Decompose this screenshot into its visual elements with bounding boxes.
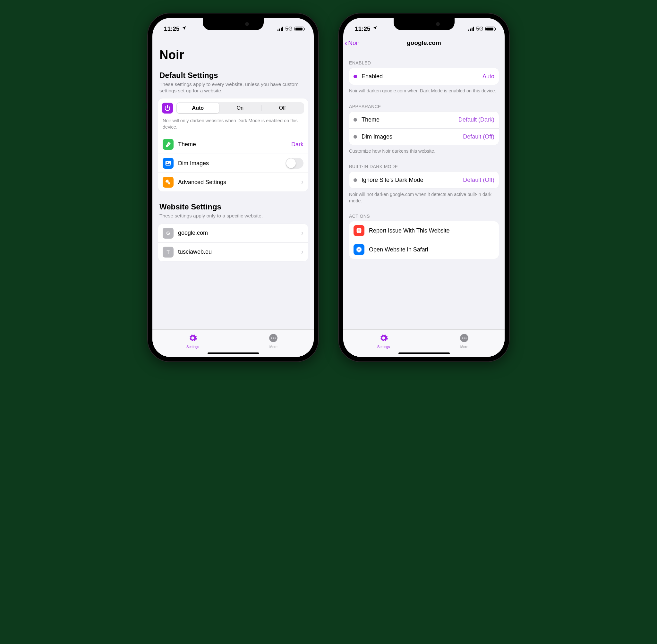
- theme-label: Theme: [362, 116, 454, 123]
- tab-settings[interactable]: Settings: [343, 330, 424, 350]
- advanced-row[interactable]: Advanced Settings ›: [158, 172, 308, 191]
- ignore-label: Ignore Site's Dark Mode: [362, 177, 458, 183]
- dim-label: Dim Images: [178, 160, 281, 167]
- safari-icon: [354, 244, 364, 255]
- ignore-dark-row[interactable]: Ignore Site's Dark Mode Default (Off): [349, 171, 499, 188]
- site-row-google[interactable]: G google.com ›: [158, 224, 308, 243]
- svg-rect-9: [359, 229, 360, 231]
- tab-more[interactable]: More: [424, 330, 505, 350]
- site-label: google.com: [178, 230, 297, 236]
- open-safari-row[interactable]: Open Website in Safari: [349, 240, 499, 259]
- gear-icon: [379, 334, 388, 344]
- status-time: 11:25: [164, 25, 180, 32]
- ellipsis-icon: [269, 334, 278, 344]
- favicon-tusciaweb: T: [163, 247, 174, 257]
- theme-label: Theme: [178, 141, 287, 148]
- website-subtitle: These settings apply only to a specific …: [159, 213, 307, 219]
- website-card: G google.com › T tusciaweb.eu ›: [158, 224, 308, 261]
- network-label: 5G: [476, 26, 483, 32]
- location-icon: [372, 26, 377, 31]
- site-row-tusciaweb[interactable]: T tusciaweb.eu ›: [158, 243, 308, 261]
- tab-label: More: [270, 345, 277, 349]
- status-dot-icon: [354, 178, 357, 182]
- tab-more[interactable]: More: [233, 330, 314, 350]
- chevron-left-icon: ‹: [344, 39, 347, 47]
- favicon-google: G: [163, 228, 174, 238]
- seg-auto[interactable]: Auto: [177, 103, 219, 113]
- advanced-label: Advanced Settings: [178, 179, 297, 186]
- defaults-card: Auto On Off Noir will only darken websit…: [158, 98, 308, 191]
- mode-segmented[interactable]: Auto On Off: [176, 102, 304, 114]
- svg-point-15: [463, 338, 465, 339]
- defaults-header: Default Settings: [159, 71, 308, 80]
- notch: [393, 18, 455, 30]
- mode-hint: Noir will only darken websites when Dark…: [158, 115, 308, 135]
- signal-bars-icon: [468, 27, 474, 31]
- theme-row[interactable]: Theme Dark: [158, 135, 308, 154]
- dim-value: Default (Off): [463, 133, 494, 140]
- report-label: Report Issue With This Website: [369, 227, 494, 234]
- back-button[interactable]: ‹ Noir: [344, 39, 359, 47]
- ignore-value: Default (Off): [463, 177, 494, 183]
- alert-icon: [354, 225, 364, 236]
- actions-card: Report Issue With This Website Open Webs…: [349, 221, 499, 259]
- enabled-row[interactable]: Enabled Auto: [349, 68, 499, 85]
- tab-label: More: [460, 345, 468, 349]
- enabled-label: Enabled: [362, 73, 478, 80]
- builtin-card: Ignore Site's Dark Mode Default (Off): [349, 171, 499, 188]
- report-row[interactable]: Report Issue With This Website: [349, 221, 499, 240]
- signal-bars-icon: [277, 27, 283, 31]
- phone-right: 11:25 5G ‹ Noir google.com ENABLED: [338, 13, 510, 362]
- svg-point-6: [273, 338, 274, 339]
- status-dot-icon: [354, 75, 357, 78]
- back-label: Noir: [348, 40, 359, 46]
- ellipsis-icon: [460, 334, 469, 344]
- svg-point-3: [168, 183, 170, 184]
- page-title: Noir: [159, 48, 308, 62]
- home-indicator[interactable]: [399, 352, 450, 354]
- paintbrush-icon: [163, 139, 174, 150]
- defaults-subtitle: These settings apply to every website, u…: [159, 81, 307, 94]
- dim-label: Dim Images: [362, 133, 458, 140]
- chevron-right-icon: ›: [301, 178, 303, 186]
- site-label: tusciaweb.eu: [178, 249, 297, 255]
- seg-on[interactable]: On: [219, 103, 262, 113]
- dim-images-toggle[interactable]: [286, 158, 303, 169]
- home-indicator[interactable]: [208, 352, 259, 354]
- network-label: 5G: [285, 26, 293, 32]
- dim-row[interactable]: Dim Images Default (Off): [349, 128, 499, 145]
- svg-point-5: [271, 338, 272, 339]
- gear-icon: [188, 334, 197, 344]
- phone-left: 11:25 5G Noir Default Settings These set…: [147, 13, 319, 362]
- website-header: Website Settings: [159, 202, 308, 211]
- group-header-enabled: ENABLED: [343, 51, 505, 68]
- chevron-right-icon: ›: [301, 229, 303, 237]
- group-header-builtin: BUILT-IN DARK MODE: [343, 154, 505, 171]
- enabled-card: Enabled Auto: [349, 68, 499, 85]
- dim-images-row[interactable]: Dim Images: [158, 154, 308, 172]
- group-header-actions: ACTIONS: [343, 204, 505, 221]
- tab-label: Settings: [377, 345, 390, 349]
- svg-point-1: [166, 162, 168, 164]
- tab-settings[interactable]: Settings: [152, 330, 233, 350]
- photo-icon: [163, 158, 174, 169]
- svg-point-10: [359, 232, 360, 232]
- svg-point-7: [275, 338, 276, 339]
- group-footer-appearance: Customize how Noir darkens this website.: [343, 145, 505, 155]
- appearance-card: Theme Default (Dark) Dim Images Default …: [349, 112, 499, 145]
- group-header-appearance: APPEARANCE: [343, 94, 505, 112]
- location-icon: [182, 26, 186, 31]
- group-footer-builtin: Noir will not darken google.com when it …: [343, 188, 505, 204]
- svg-point-16: [466, 338, 467, 339]
- theme-value: Default (Dark): [458, 116, 494, 123]
- notch: [203, 18, 264, 30]
- nav-bar: ‹ Noir google.com: [343, 35, 505, 51]
- gears-icon: [163, 177, 174, 188]
- open-safari-label: Open Website in Safari: [369, 246, 494, 253]
- tab-label: Settings: [186, 345, 199, 349]
- group-footer-enabled: Noir will darken google.com when Dark Mo…: [343, 85, 505, 94]
- status-time: 11:25: [355, 25, 370, 32]
- seg-off[interactable]: Off: [261, 103, 303, 113]
- theme-row[interactable]: Theme Default (Dark): [349, 112, 499, 128]
- enabled-value: Auto: [482, 73, 494, 80]
